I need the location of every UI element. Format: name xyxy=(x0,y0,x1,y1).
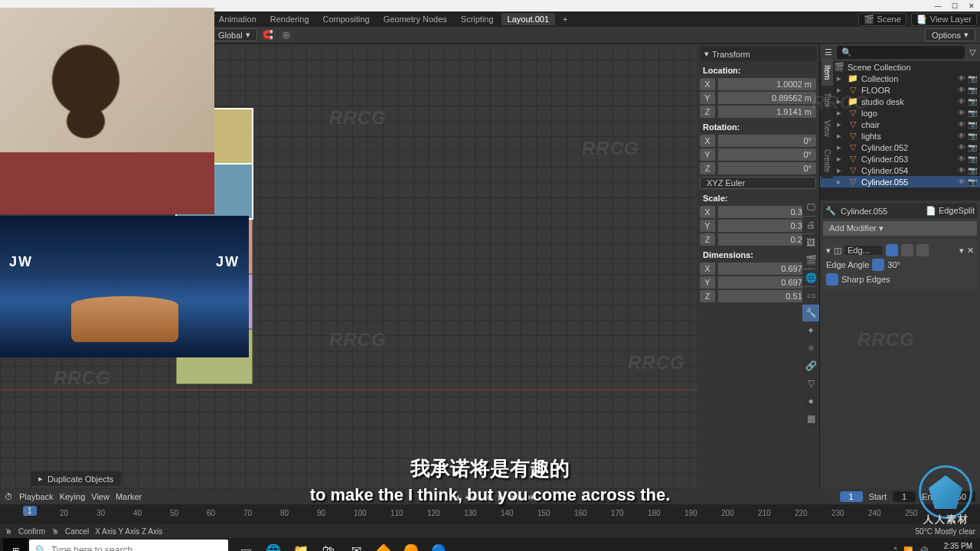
npanel-tab[interactable]: Create xyxy=(822,143,833,178)
mod-close-icon[interactable]: ✕ xyxy=(967,246,974,256)
timeline-tick: 220 xyxy=(795,509,808,517)
tray-wifi-icon[interactable]: 📶 xyxy=(903,546,913,552)
minimize-button[interactable]: — xyxy=(934,2,942,10)
start-frame-field[interactable]: 1 xyxy=(893,491,916,502)
snap-button[interactable]: 🧲 xyxy=(260,28,276,42)
scale-z-field[interactable]: 0.255 xyxy=(718,233,816,246)
prev-key-icon[interactable]: ◀◀ xyxy=(464,491,478,503)
blender-icon[interactable]: 🟠 xyxy=(398,539,424,551)
scene-tab-icon[interactable]: 🎬 xyxy=(802,252,819,269)
scale-x-field[interactable]: 0.349 xyxy=(718,206,816,218)
proportional-button[interactable]: ◎ xyxy=(279,28,294,42)
outliner-item[interactable]: ▸▽Cylinder.055👁 📷 xyxy=(820,176,980,187)
modifier-tab-icon[interactable]: 🔧 xyxy=(802,305,819,321)
object-tab-icon[interactable]: ▭ xyxy=(802,287,819,304)
options-dropdown[interactable]: Options ▾ xyxy=(925,28,975,41)
outliner-item[interactable]: ▸▽lights👁 📷 xyxy=(820,130,980,142)
transform-panel-header[interactable]: ▾ Transform xyxy=(700,47,816,61)
mail-icon[interactable]: ✉ xyxy=(343,539,369,551)
particles-tab-icon[interactable]: ✦ xyxy=(802,322,819,339)
mod-realtime-toggle[interactable] xyxy=(916,244,929,256)
add-modifier-dropdown[interactable]: Add Modifier ▾ xyxy=(823,221,977,236)
vlc-icon[interactable]: 🔶 xyxy=(371,539,397,551)
explorer-icon[interactable]: 📁 xyxy=(288,539,314,551)
watermark: RRCG xyxy=(15,9,73,31)
rot-x-field[interactable]: 0° xyxy=(718,135,816,147)
task-view-icon[interactable]: ▭ xyxy=(233,539,259,551)
outliner-item[interactable]: ▸▽Cylinder.054👁 📷 xyxy=(820,165,980,176)
next-key-icon[interactable]: ▶▶ xyxy=(510,491,524,503)
start-button[interactable]: ⊞ xyxy=(3,538,28,551)
timeline-menu[interactable]: Playback xyxy=(19,492,54,501)
physics-tab-icon[interactable]: ⚛ xyxy=(802,340,819,357)
tray-volume-icon[interactable]: 🔊 xyxy=(919,546,928,552)
mod-menu-icon[interactable]: ▾ xyxy=(959,246,964,256)
workspace-tab[interactable]: Layout.001 xyxy=(501,13,555,25)
mod-render-toggle[interactable] xyxy=(901,244,913,256)
clock-time[interactable]: 2:35 PM xyxy=(934,542,972,550)
rot-y-field[interactable]: 0° xyxy=(718,148,816,161)
outliner-search[interactable]: 🔍 xyxy=(837,46,965,59)
dim-x-field[interactable]: 0.697 m xyxy=(718,262,816,275)
output-tab-icon[interactable]: 🖨 xyxy=(802,217,819,233)
tray-chevron-icon[interactable]: ˄ xyxy=(893,546,897,552)
jump-start-icon[interactable]: ⏮ xyxy=(449,491,462,503)
outliner-item[interactable]: ▸▽Cylinder.052👁 📷 xyxy=(820,142,980,153)
npanel-tab[interactable]: Item xyxy=(822,59,833,86)
timeline-menu[interactable]: Marker xyxy=(116,492,142,501)
last-operator-panel[interactable]: ▸ Duplicate Objects xyxy=(31,471,121,486)
jump-end-icon[interactable]: ⏭ xyxy=(525,491,539,503)
render-tab-icon[interactable]: 🖵 xyxy=(802,199,819,216)
workspace-tab[interactable]: Compositing xyxy=(317,13,376,25)
workspace-tab[interactable]: Scripting xyxy=(455,13,500,25)
maximize-button[interactable]: ☐ xyxy=(951,2,959,10)
rot-z-field[interactable]: 0° xyxy=(718,162,816,174)
view-layer-selector[interactable]: 📑View Layer xyxy=(911,13,977,26)
edge-angle-field[interactable]: 30° xyxy=(887,260,974,269)
sharp-edges-checkbox[interactable] xyxy=(826,273,838,285)
taskbar-search[interactable]: 🔍 Type here to search xyxy=(29,540,228,551)
timeline-menu[interactable]: View xyxy=(91,492,109,501)
workspace-tab[interactable]: Rendering xyxy=(264,13,315,25)
close-button[interactable]: ✕ xyxy=(968,2,975,10)
timeline-menu[interactable]: Keying xyxy=(60,492,86,501)
npanel-tab[interactable]: View xyxy=(822,114,833,143)
outliner-item[interactable]: ▸▽chair👁 📷 xyxy=(820,119,980,130)
loc-y-field[interactable]: 0.89562 m xyxy=(718,92,816,104)
weather-widget[interactable]: 50°C Mostly clear xyxy=(916,527,975,536)
world-tab-icon[interactable]: 🌐 xyxy=(802,269,819,286)
modifier-name-field[interactable]: Edg... xyxy=(844,246,883,255)
viewlayer-tab-icon[interactable]: 🖼 xyxy=(802,234,819,251)
watermark: RRCG xyxy=(858,329,915,350)
workspace-tab[interactable]: Geometry Nodes xyxy=(377,13,453,25)
loc-x-field[interactable]: 1.0002 m xyxy=(718,78,816,90)
material-tab-icon[interactable]: ● xyxy=(802,393,819,409)
texture-tab-icon[interactable]: ▦ xyxy=(802,410,819,427)
current-frame-field[interactable]: 1 xyxy=(840,491,863,502)
mesh-tab-icon[interactable]: ▽ xyxy=(802,375,819,392)
timeline-tick: 180 xyxy=(648,509,661,517)
edge-icon[interactable]: 🌐 xyxy=(260,539,286,551)
rotation-mode-dropdown[interactable]: XYZ Euler xyxy=(700,177,816,189)
workspace-tab[interactable]: + xyxy=(557,13,573,25)
scale-y-field[interactable]: 0.349 xyxy=(718,220,816,232)
mod-display-toggle[interactable] xyxy=(886,244,898,256)
dim-z-field[interactable]: 0.51 m xyxy=(718,290,816,302)
play-icon[interactable]: ▶ xyxy=(495,491,508,503)
outliner-item[interactable]: ▸▽Cylinder.053👁 📷 xyxy=(820,153,980,165)
store-icon[interactable]: 🛍 xyxy=(315,539,341,551)
watermark: RRCG xyxy=(329,329,387,350)
outliner-item[interactable]: ▸📁Collection👁 📷 xyxy=(820,73,980,84)
scene-selector[interactable]: 🎬Scene xyxy=(858,13,906,26)
loc-z-field[interactable]: 1.9141 m xyxy=(718,106,816,118)
app-icon[interactable]: 🔵 xyxy=(426,539,452,551)
play-reverse-icon[interactable]: ◀ xyxy=(479,491,493,503)
outliner-mode-icon[interactable]: ☰ xyxy=(825,47,832,57)
edge-angle-checkbox[interactable] xyxy=(872,259,884,271)
constraints-tab-icon[interactable]: 🔗 xyxy=(802,357,819,374)
dim-y-field[interactable]: 0.697 m xyxy=(718,276,816,289)
timeline-mode-icon[interactable]: ⏱ xyxy=(5,492,13,501)
outliner-root[interactable]: ▾🎬Scene Collection xyxy=(820,61,980,73)
outliner-filter-icon[interactable]: ▽ xyxy=(969,47,975,57)
timeline-ruler[interactable]: 1 10203040506070809010011012013014015016… xyxy=(0,504,980,524)
